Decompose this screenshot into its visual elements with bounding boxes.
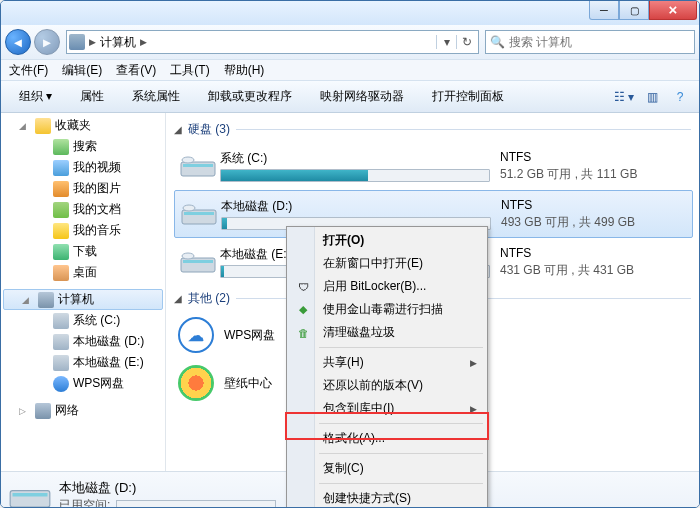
separator xyxy=(319,347,483,348)
drive-filesystem: NTFS xyxy=(500,246,691,260)
menu-file[interactable]: 文件(F) xyxy=(9,62,48,79)
tree-label: 我的音乐 xyxy=(73,222,121,239)
tree-drive-item[interactable]: 本地磁盘 (E:) xyxy=(1,352,165,373)
tree-item[interactable]: 我的视频 xyxy=(1,157,165,178)
uninstall-button[interactable]: 卸载或更改程序 xyxy=(198,85,302,108)
folder-icon xyxy=(53,244,69,260)
network-icon xyxy=(35,403,51,419)
tree-computer[interactable]: ◢ 计算机 xyxy=(3,289,163,310)
tree-item[interactable]: 我的音乐 xyxy=(1,220,165,241)
other-item-label: 壁纸中心 xyxy=(224,375,272,392)
ctx-jsdb-scan[interactable]: ◆使用金山毒霸进行扫描 xyxy=(289,298,485,321)
tree-label: 搜索 xyxy=(73,138,97,155)
antivirus-icon: ◆ xyxy=(295,302,311,318)
folder-icon xyxy=(53,160,69,176)
tree-drive-item[interactable]: 本地磁盘 (D:) xyxy=(1,331,165,352)
ctx-open-new-window[interactable]: 在新窗口中打开(E) xyxy=(289,252,485,275)
drive-icon xyxy=(177,195,221,233)
svg-rect-1 xyxy=(183,164,213,167)
menu-view[interactable]: 查看(V) xyxy=(116,62,156,79)
drive-icon xyxy=(176,243,220,281)
control-panel-button[interactable]: 打开控制面板 xyxy=(422,85,514,108)
search-input[interactable]: 🔍 搜索 计算机 xyxy=(485,30,695,54)
drive-free-text: 431 GB 可用 , 共 431 GB xyxy=(500,262,691,279)
breadcrumb-sep: ▶ xyxy=(89,37,96,47)
drive-name: 系统 (C:) xyxy=(220,150,500,167)
computer-icon xyxy=(69,34,85,50)
breadcrumb-item[interactable]: 计算机 xyxy=(100,34,136,51)
tree-label: 本地磁盘 (E:) xyxy=(73,354,144,371)
ctx-include-library[interactable]: 包含到库中(I)▶ xyxy=(289,397,485,420)
address-dropdown[interactable]: ▾ xyxy=(436,35,456,49)
tree-label: WPS网盘 xyxy=(73,375,124,392)
tree-label: 我的视频 xyxy=(73,159,121,176)
search-icon: 🔍 xyxy=(490,35,505,49)
menu-help[interactable]: 帮助(H) xyxy=(224,62,265,79)
drive-icon xyxy=(53,376,69,392)
close-button[interactable]: × xyxy=(649,1,697,20)
context-menu: 打开(O) 在新窗口中打开(E) 🛡启用 BitLocker(B)... ◆使用… xyxy=(286,226,488,508)
menu-edit[interactable]: 编辑(E) xyxy=(62,62,102,79)
drive-filesystem: NTFS xyxy=(501,198,690,212)
breadcrumb[interactable]: ▶ 计算机 ▶ xyxy=(89,34,436,51)
view-mode-button[interactable]: ☷ ▾ xyxy=(613,90,635,104)
drive-filesystem: NTFS xyxy=(500,150,691,164)
nav-bar: ◄ ► ▶ 计算机 ▶ ▾ ↻ 🔍 搜索 计算机 xyxy=(1,25,699,59)
drive-icon xyxy=(53,313,69,329)
ctx-cleanup[interactable]: 🗑清理磁盘垃圾 xyxy=(289,321,485,344)
divider xyxy=(236,129,691,130)
folder-icon xyxy=(35,118,51,134)
refresh-button[interactable]: ↻ xyxy=(456,35,476,49)
other-item-label: WPS网盘 xyxy=(224,327,275,344)
chevron-icon[interactable]: ◢ xyxy=(19,121,31,131)
group-title: 硬盘 (3) xyxy=(188,121,230,138)
svg-rect-7 xyxy=(183,260,213,263)
menu-tools[interactable]: 工具(T) xyxy=(170,62,209,79)
preview-pane-button[interactable]: ▥ xyxy=(641,90,663,104)
help-button[interactable]: ? xyxy=(669,90,691,104)
organize-button[interactable]: 组织 ▾ xyxy=(9,85,62,108)
tree-drive-item[interactable]: WPS网盘 xyxy=(1,373,165,394)
tree-drive-item[interactable]: 系统 (C:) xyxy=(1,310,165,331)
tree-item[interactable]: ◢ 收藏夹 xyxy=(1,115,165,136)
ctx-create-shortcut[interactable]: 创建快捷方式(S) xyxy=(289,487,485,508)
ctx-format[interactable]: 格式化(A)... xyxy=(289,427,485,450)
tree-item[interactable]: 搜索 xyxy=(1,136,165,157)
maximize-button[interactable]: ▢ xyxy=(619,1,649,20)
svg-point-5 xyxy=(183,205,195,211)
usage-bar xyxy=(220,169,490,182)
svg-rect-10 xyxy=(12,492,47,495)
ctx-bitlocker[interactable]: 🛡启用 BitLocker(B)... xyxy=(289,275,485,298)
ctx-restore-versions[interactable]: 还原以前的版本(V) xyxy=(289,374,485,397)
chevron-down-icon[interactable]: ◢ xyxy=(22,295,34,305)
tree-label: 桌面 xyxy=(73,264,97,281)
properties-button[interactable]: 属性 xyxy=(70,85,114,108)
back-button[interactable]: ◄ xyxy=(5,29,31,55)
svg-point-8 xyxy=(182,253,194,259)
folder-icon xyxy=(53,223,69,239)
ctx-copy[interactable]: 复制(C) xyxy=(289,457,485,480)
separator xyxy=(319,483,483,484)
chevron-right-icon[interactable]: ▷ xyxy=(19,406,31,416)
tree-label: 网络 xyxy=(55,402,79,419)
address-bar[interactable]: ▶ 计算机 ▶ ▾ ↻ xyxy=(66,30,479,54)
tree-item[interactable]: 下载 xyxy=(1,241,165,262)
shield-icon: 🛡 xyxy=(295,279,311,295)
separator xyxy=(319,423,483,424)
tree-network[interactable]: ▷ 网络 xyxy=(1,400,165,421)
tree-item[interactable]: 桌面 xyxy=(1,262,165,283)
group-hdd[interactable]: ◢ 硬盘 (3) xyxy=(174,117,699,142)
drive-icon xyxy=(9,479,51,509)
map-drive-button[interactable]: 映射网络驱动器 xyxy=(310,85,414,108)
group-title: 其他 (2) xyxy=(188,290,230,307)
tree-label: 我的文档 xyxy=(73,201,121,218)
tree-item[interactable]: 我的文档 xyxy=(1,199,165,220)
ctx-open[interactable]: 打开(O) xyxy=(289,229,485,252)
wallpaper-icon xyxy=(178,365,214,401)
ctx-share[interactable]: 共享(H)▶ xyxy=(289,351,485,374)
drive-item[interactable]: 系统 (C:) NTFS 51.2 GB 可用 , 共 111 GB xyxy=(174,142,693,190)
tree-item[interactable]: 我的图片 xyxy=(1,178,165,199)
system-properties-button[interactable]: 系统属性 xyxy=(122,85,190,108)
forward-button[interactable]: ► xyxy=(34,29,60,55)
minimize-button[interactable]: ─ xyxy=(589,1,619,20)
